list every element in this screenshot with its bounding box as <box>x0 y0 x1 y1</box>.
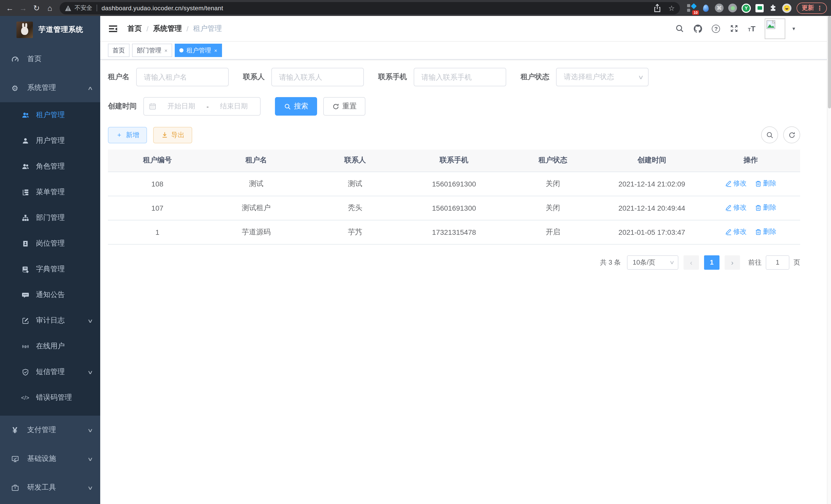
cell-actions: 修改 删除 <box>701 172 800 196</box>
app-logo-row[interactable]: 芋道管理系统 <box>0 16 100 44</box>
sidebar-item-payment[interactable]: ¥ 支付管理 ∨ <box>0 416 100 444</box>
code-icon: </> <box>21 395 29 401</box>
contact-input[interactable] <box>271 68 364 86</box>
tab-close-icon[interactable]: × <box>165 48 168 53</box>
extension-yudao-icon[interactable]: Y <box>742 3 751 12</box>
page-url[interactable]: dashboard.yudao.iocoder.cn/system/tenant <box>102 4 653 11</box>
system-submenu: 租户管理 用户管理 <box>0 102 100 416</box>
sidebar-item-post[interactable]: 岗位管理 <box>0 231 100 256</box>
edit-link[interactable]: 修改 <box>725 227 747 237</box>
share-icon[interactable] <box>653 3 662 12</box>
profile-avatar-icon[interactable] <box>782 3 792 12</box>
delete-link[interactable]: 删除 <box>755 227 776 237</box>
sidebar-item-role[interactable]: 角色管理 <box>0 154 100 179</box>
status-select[interactable]: 请选择租户状态 ∨ <box>556 68 649 86</box>
sidebar: 芋道管理系统 首页 ⚙ 系统管理 ∧ <box>0 16 100 504</box>
window-scrollbar[interactable] <box>827 16 831 504</box>
browser-home-icon[interactable]: ⌂ <box>44 2 56 13</box>
refresh-table-button[interactable] <box>783 126 800 143</box>
extension-recorder-icon[interactable] <box>728 4 737 12</box>
next-page-button[interactable]: › <box>725 255 740 269</box>
font-size-icon[interactable]: TT <box>748 24 755 33</box>
sidebar-item-error-code[interactable]: </> 错误码管理 <box>0 385 100 411</box>
select-chevron-icon: ∨ <box>669 260 675 265</box>
tab-home[interactable]: 首页 <box>108 44 130 57</box>
sidebar-item-menu[interactable]: 菜单管理 <box>0 179 100 205</box>
cell-contact: 芋艿 <box>306 220 405 244</box>
tab-close-icon[interactable]: × <box>214 48 218 53</box>
current-page-button[interactable]: 1 <box>704 255 719 269</box>
scrollbar-thumb[interactable] <box>828 16 831 109</box>
not-secure-warning-icon <box>65 5 71 11</box>
avatar-caret-icon[interactable]: ▼ <box>792 26 796 31</box>
sidebar-item-user[interactable]: 用户管理 <box>0 128 100 154</box>
docs-help-icon[interactable]: ? <box>712 24 720 33</box>
add-button[interactable]: + 新增 <box>108 127 147 143</box>
tab-dept[interactable]: 部门管理 × <box>132 44 172 57</box>
cell-tenant-name: 测试租户 <box>207 196 306 220</box>
sidebar-item-infra[interactable]: 基础设施 ∨ <box>0 444 100 473</box>
sidebar-menu: 首页 ⚙ 系统管理 ∧ 租户管理 <box>0 44 100 504</box>
goto-page-input[interactable] <box>766 255 790 269</box>
breadcrumb-separator: / <box>146 24 148 33</box>
table-header: 租户编号 租户名 联系人 联系手机 租户状态 创建时间 操作 <box>108 149 800 172</box>
breadcrumb-home[interactable]: 首页 <box>127 24 142 33</box>
sidebar-item-tenant[interactable]: 租户管理 <box>0 102 100 128</box>
reset-button[interactable]: 重置 <box>323 97 365 116</box>
cell-tenant-id: 1 <box>108 220 207 244</box>
search-button[interactable]: 搜索 <box>275 97 317 116</box>
browser-reload-icon[interactable]: ↻ <box>31 2 42 13</box>
bookmark-star-icon[interactable]: ☆ <box>668 4 675 12</box>
edit-log-icon <box>21 317 29 324</box>
toggle-search-button[interactable] <box>761 126 778 143</box>
sidebar-item-system[interactable]: ⚙ 系统管理 ∧ <box>0 73 100 102</box>
user-avatar[interactable] <box>765 18 785 39</box>
export-button[interactable]: 导出 <box>153 127 192 143</box>
chrome-update-button[interactable]: 更新 ⋮ <box>797 2 827 13</box>
sidebar-item-dept[interactable]: 部门管理 <box>0 205 100 231</box>
tab-tenant[interactable]: 租户管理 × <box>175 44 222 57</box>
sidebar-item-online-user[interactable]: 在线用户 <box>0 333 100 359</box>
security-label[interactable]: 不安全 <box>75 4 92 12</box>
chevron-down-icon: ∨ <box>87 369 93 375</box>
edit-link[interactable]: 修改 <box>725 203 747 212</box>
extensions-puzzle-icon[interactable] <box>768 3 778 12</box>
search-icon <box>284 103 291 110</box>
fullscreen-icon[interactable] <box>729 24 739 33</box>
plus-icon: + <box>116 131 123 139</box>
delete-link[interactable]: 删除 <box>755 179 776 188</box>
browser-back-icon[interactable]: ← <box>4 2 16 13</box>
breadcrumb-current: 租户管理 <box>193 24 222 33</box>
prev-page-button[interactable]: ‹ <box>684 255 699 269</box>
sidebar-item-notice[interactable]: 通知公告 <box>0 282 100 308</box>
tenant-name-input[interactable] <box>136 68 229 86</box>
cell-created-at: 2021-01-05 17:03:47 <box>602 220 701 244</box>
column-header: 联系手机 <box>405 149 504 172</box>
extension-command-icon[interactable]: ⌘ <box>715 4 724 12</box>
column-header: 租户名 <box>207 149 306 172</box>
page-size-select[interactable]: 10条/页 ∨ <box>627 255 678 269</box>
extension-chat-icon[interactable] <box>755 4 764 12</box>
sidebar-item-home[interactable]: 首页 <box>0 45 100 73</box>
active-tab-dot <box>179 48 183 52</box>
github-icon[interactable] <box>693 24 703 33</box>
sidebar-toggle-icon[interactable] <box>108 23 118 34</box>
dashboard-icon <box>11 55 19 63</box>
menu-tree-icon <box>21 188 29 196</box>
sidebar-item-audit-log[interactable]: 审计日志 ∨ <box>0 308 100 333</box>
mobile-input[interactable] <box>414 68 506 86</box>
delete-link[interactable]: 删除 <box>755 203 776 212</box>
edit-link[interactable]: 修改 <box>725 179 747 188</box>
gear-icon: ⚙ <box>11 84 19 92</box>
header-search-icon[interactable] <box>675 24 684 33</box>
extension-pin-icon[interactable] <box>701 3 710 12</box>
sidebar-item-dev-tools[interactable]: 研发工具 ∨ <box>0 473 100 502</box>
sidebar-item-sms[interactable]: 短信管理 ∨ <box>0 359 100 385</box>
extension-tabs-icon[interactable]: 10 <box>687 3 696 12</box>
breadcrumb-system: 系统管理 <box>153 24 182 33</box>
browser-menu-icon[interactable]: ⋮ <box>816 4 823 11</box>
create-time-range-picker[interactable]: 开始日期 - 结束日期 <box>143 97 261 116</box>
browser-forward-icon[interactable]: → <box>18 2 29 13</box>
sidebar-item-dict[interactable]: 字典管理 <box>0 256 100 282</box>
address-bar[interactable]: 不安全 dashboard.yudao.iocoder.cn/system/te… <box>60 2 680 14</box>
